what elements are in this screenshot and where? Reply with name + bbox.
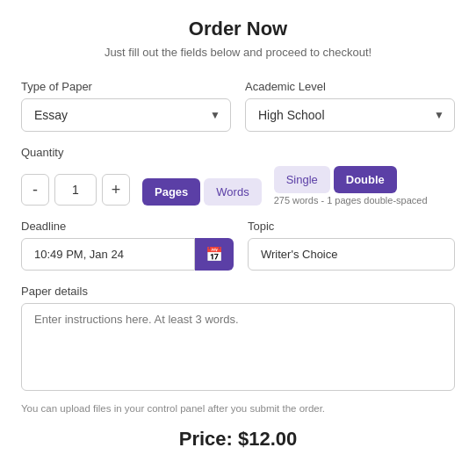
pages-button[interactable]: Pages — [142, 178, 200, 206]
academic-level-label: Academic Level — [245, 80, 455, 93]
academic-level-select-wrapper: High School Undergraduate Master's PhD ▼ — [245, 98, 455, 132]
price-label: Price: $12.00 — [21, 428, 455, 451]
double-button[interactable]: Double — [334, 166, 397, 193]
deadline-group: Deadline 📅 — [21, 220, 234, 271]
spacing-info: 275 words - 1 pages double-spaced — [274, 195, 428, 206]
paper-details-section: Paper details — [21, 285, 455, 394]
page-title: Order Now — [21, 18, 455, 40]
page-subtitle: Just fill out the fields below and proce… — [21, 46, 455, 59]
topic-group: Topic — [248, 220, 455, 271]
quantity-plus-button[interactable]: + — [102, 174, 130, 206]
topic-input[interactable] — [248, 238, 455, 271]
single-button[interactable]: Single — [274, 166, 330, 193]
quantity-controls: - + — [21, 174, 130, 206]
quantity-input[interactable] — [54, 174, 97, 206]
paper-details-label: Paper details — [21, 285, 455, 298]
words-button[interactable]: Words — [204, 178, 261, 206]
upload-note: You can upload files in your control pan… — [21, 403, 455, 414]
type-of-paper-group: Type of Paper Essay Research Paper Term … — [21, 80, 231, 132]
deadline-label: Deadline — [21, 220, 234, 233]
academic-level-select[interactable]: High School Undergraduate Master's PhD — [245, 98, 455, 132]
academic-level-group: Academic Level High School Undergraduate… — [245, 80, 455, 132]
quantity-section: Quantity - + Pages Words Single Double 2… — [21, 146, 455, 206]
deadline-wrapper: 📅 — [21, 238, 234, 271]
quantity-minus-button[interactable]: - — [21, 174, 49, 206]
quantity-label: Quantity — [21, 146, 455, 159]
spacing-section: Single Double 275 words - 1 pages double… — [274, 166, 428, 206]
deadline-input[interactable] — [21, 238, 195, 271]
type-of-paper-label: Type of Paper — [21, 80, 231, 93]
type-of-paper-select-wrapper: Essay Research Paper Term Paper Thesis D… — [21, 98, 231, 132]
single-double-toggle: Single Double — [274, 166, 397, 193]
type-of-paper-select[interactable]: Essay Research Paper Term Paper Thesis D… — [21, 98, 231, 132]
paper-details-textarea[interactable] — [21, 303, 455, 391]
deadline-calendar-button[interactable]: 📅 — [195, 238, 234, 271]
topic-label: Topic — [248, 220, 455, 233]
pages-words-toggle: Pages Words — [142, 178, 262, 206]
calendar-icon: 📅 — [206, 246, 223, 263]
